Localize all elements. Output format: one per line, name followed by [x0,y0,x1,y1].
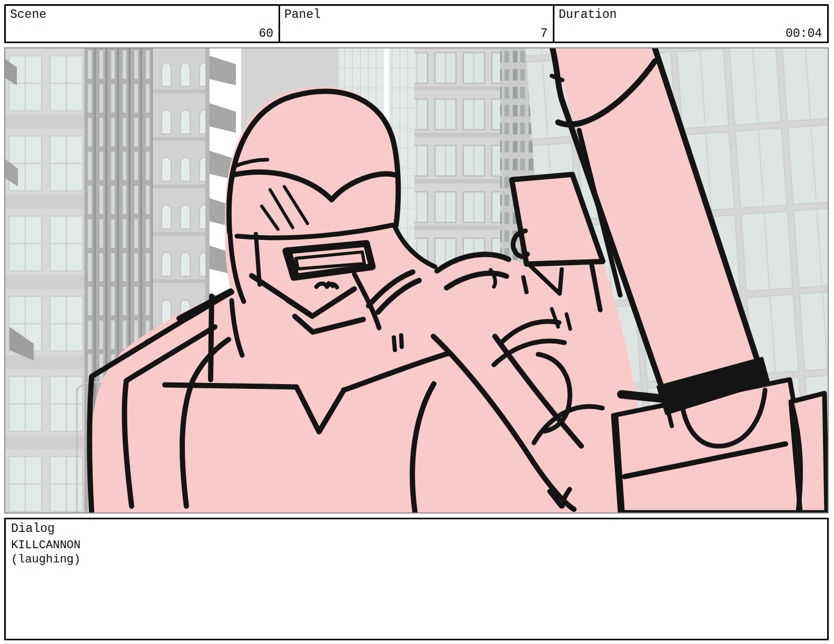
scene-value: 60 [259,27,273,41]
dialog-box: Dialog KILLCANNON (laughing) [4,518,829,640]
dialog-line-action: (laughing) [11,552,822,567]
panel-cell: Panel 7 [280,6,554,42]
duration-value: 00:04 [786,27,822,41]
panel-value: 7 [540,27,548,41]
duration-label: Duration [559,7,823,23]
duration-cell: Duration 00:04 [554,6,827,42]
header-table: Scene 60 Panel 7 Duration 00:04 [4,4,829,43]
scene-label: Scene [10,7,274,23]
storyboard-panel-image [4,47,829,514]
building-left-windows [5,48,84,512]
scene-cell: Scene 60 [6,6,280,42]
dialog-label: Dialog [11,521,822,537]
panel-label: Panel [284,7,549,23]
dialog-line-character: KILLCANNON [11,538,822,552]
storyboard-drawing [5,48,828,512]
storyboard-sheet: Scene 60 Panel 7 Duration 00:04 [0,0,834,644]
